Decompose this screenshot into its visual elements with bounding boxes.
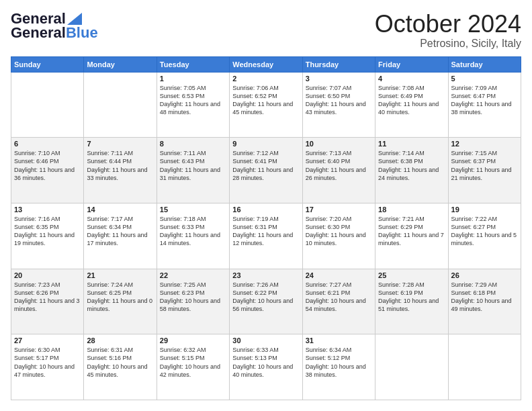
- calendar-week-row: 20Sunrise: 7:23 AMSunset: 6:26 PMDayligh…: [11, 269, 521, 334]
- logo-general-text: General: [11, 24, 66, 42]
- cell-info: Sunrise: 7:26 AMSunset: 6:22 PMDaylight:…: [232, 281, 299, 314]
- day-number: 19: [451, 205, 518, 214]
- table-row: 7Sunrise: 7:11 AMSunset: 6:44 PMDaylight…: [84, 138, 157, 203]
- table-row: 15Sunrise: 7:18 AMSunset: 6:33 PMDayligh…: [157, 203, 229, 269]
- day-number: 9: [232, 140, 299, 148]
- cell-info: Sunrise: 7:27 AMSunset: 6:21 PMDaylight:…: [306, 281, 372, 314]
- col-tuesday: Tuesday: [157, 56, 229, 72]
- cell-info: Sunrise: 7:05 AMSunset: 6:53 PMDaylight:…: [160, 84, 226, 117]
- day-number: 29: [160, 336, 226, 345]
- day-number: 2: [232, 75, 299, 83]
- table-row: 17Sunrise: 7:20 AMSunset: 6:30 PMDayligh…: [302, 203, 375, 269]
- table-row: 9Sunrise: 7:12 AMSunset: 6:41 PMDaylight…: [230, 138, 302, 203]
- day-number: 28: [87, 336, 153, 345]
- cell-info: Sunrise: 7:10 AMSunset: 6:46 PMDaylight:…: [14, 149, 81, 182]
- col-sunday: Sunday: [11, 56, 84, 72]
- calendar-header-row: Sunday Monday Tuesday Wednesday Thursday…: [11, 56, 521, 72]
- table-row: 8Sunrise: 7:11 AMSunset: 6:43 PMDaylight…: [157, 138, 229, 203]
- table-row: 20Sunrise: 7:23 AMSunset: 6:26 PMDayligh…: [11, 269, 84, 334]
- cell-info: Sunrise: 6:33 AMSunset: 5:13 PMDaylight:…: [232, 346, 299, 379]
- cell-info: Sunrise: 7:12 AMSunset: 6:41 PMDaylight:…: [232, 149, 299, 182]
- table-row: 22Sunrise: 7:25 AMSunset: 6:23 PMDayligh…: [157, 269, 229, 334]
- cell-info: Sunrise: 7:11 AMSunset: 6:43 PMDaylight:…: [160, 149, 226, 182]
- day-number: 20: [14, 271, 81, 279]
- table-row: [84, 72, 157, 138]
- table-row: 29Sunrise: 6:32 AMSunset: 5:15 PMDayligh…: [157, 334, 229, 400]
- day-number: 24: [306, 271, 372, 279]
- day-number: 22: [160, 271, 226, 279]
- title-block: October 2024 Petrosino, Sicily, Italy: [375, 11, 521, 50]
- calendar-week-row: 6Sunrise: 7:10 AMSunset: 6:46 PMDaylight…: [11, 138, 521, 203]
- logo-full: GeneralBlue: [11, 24, 98, 42]
- calendar-week-row: 27Sunrise: 6:30 AMSunset: 5:17 PMDayligh…: [11, 334, 521, 400]
- day-number: 25: [378, 271, 445, 279]
- day-number: 27: [14, 336, 81, 345]
- day-number: 11: [378, 140, 445, 148]
- day-number: 14: [87, 205, 153, 214]
- day-number: 17: [306, 205, 372, 214]
- cell-info: Sunrise: 7:07 AMSunset: 6:50 PMDaylight:…: [306, 84, 372, 117]
- cell-info: Sunrise: 6:31 AMSunset: 5:16 PMDaylight:…: [87, 346, 153, 379]
- table-row: 23Sunrise: 7:26 AMSunset: 6:22 PMDayligh…: [230, 269, 302, 334]
- cell-info: Sunrise: 7:20 AMSunset: 6:30 PMDaylight:…: [306, 215, 372, 248]
- col-saturday: Saturday: [448, 56, 521, 72]
- day-number: 7: [87, 140, 153, 148]
- day-number: 4: [378, 75, 445, 83]
- day-number: 5: [451, 75, 518, 83]
- cell-info: Sunrise: 7:28 AMSunset: 6:19 PMDaylight:…: [378, 281, 445, 314]
- location: Petrosino, Sicily, Italy: [375, 38, 521, 50]
- table-row: 16Sunrise: 7:19 AMSunset: 6:31 PMDayligh…: [230, 203, 302, 269]
- cell-info: Sunrise: 7:29 AMSunset: 6:18 PMDaylight:…: [451, 281, 518, 314]
- col-monday: Monday: [84, 56, 157, 72]
- calendar-week-row: 13Sunrise: 7:16 AMSunset: 6:35 PMDayligh…: [11, 203, 521, 269]
- day-number: 30: [232, 336, 299, 345]
- calendar-table: Sunday Monday Tuesday Wednesday Thursday…: [11, 56, 521, 400]
- cell-info: Sunrise: 6:30 AMSunset: 5:17 PMDaylight:…: [14, 346, 81, 379]
- table-row: 2Sunrise: 7:06 AMSunset: 6:52 PMDaylight…: [230, 72, 302, 138]
- cell-info: Sunrise: 7:11 AMSunset: 6:44 PMDaylight:…: [87, 149, 153, 182]
- day-number: 31: [306, 336, 372, 345]
- col-thursday: Thursday: [302, 56, 375, 72]
- logo-blue-text: Blue: [66, 24, 98, 42]
- table-row: 28Sunrise: 6:31 AMSunset: 5:16 PMDayligh…: [84, 334, 157, 400]
- cell-info: Sunrise: 7:19 AMSunset: 6:31 PMDaylight:…: [232, 215, 299, 248]
- table-row: [11, 72, 84, 138]
- col-wednesday: Wednesday: [230, 56, 302, 72]
- table-row: 11Sunrise: 7:14 AMSunset: 6:38 PMDayligh…: [375, 138, 448, 203]
- table-row: 4Sunrise: 7:08 AMSunset: 6:49 PMDaylight…: [375, 72, 448, 138]
- cell-info: Sunrise: 7:21 AMSunset: 6:29 PMDaylight:…: [378, 215, 445, 248]
- cell-info: Sunrise: 7:16 AMSunset: 6:35 PMDaylight:…: [14, 215, 81, 248]
- cell-info: Sunrise: 7:15 AMSunset: 6:37 PMDaylight:…: [451, 149, 518, 182]
- cell-info: Sunrise: 6:32 AMSunset: 5:15 PMDaylight:…: [160, 346, 226, 379]
- table-row: 21Sunrise: 7:24 AMSunset: 6:25 PMDayligh…: [84, 269, 157, 334]
- table-row: 30Sunrise: 6:33 AMSunset: 5:13 PMDayligh…: [230, 334, 302, 400]
- table-row: 24Sunrise: 7:27 AMSunset: 6:21 PMDayligh…: [302, 269, 375, 334]
- cell-info: Sunrise: 7:24 AMSunset: 6:25 PMDaylight:…: [87, 281, 153, 314]
- day-number: 8: [160, 140, 226, 148]
- table-row: 1Sunrise: 7:05 AMSunset: 6:53 PMDaylight…: [157, 72, 229, 138]
- cell-info: Sunrise: 7:22 AMSunset: 6:27 PMDaylight:…: [451, 215, 518, 248]
- cell-info: Sunrise: 7:18 AMSunset: 6:33 PMDaylight:…: [160, 215, 226, 248]
- table-row: 18Sunrise: 7:21 AMSunset: 6:29 PMDayligh…: [375, 203, 448, 269]
- page: General GeneralBlue October 2024 Petrosi…: [0, 0, 532, 411]
- day-number: 1: [160, 75, 226, 83]
- table-row: 12Sunrise: 7:15 AMSunset: 6:37 PMDayligh…: [448, 138, 521, 203]
- logo: General GeneralBlue: [11, 11, 98, 42]
- table-row: 31Sunrise: 6:34 AMSunset: 5:12 PMDayligh…: [302, 334, 375, 400]
- table-row: 26Sunrise: 7:29 AMSunset: 6:18 PMDayligh…: [448, 269, 521, 334]
- table-row: 3Sunrise: 7:07 AMSunset: 6:50 PMDaylight…: [302, 72, 375, 138]
- cell-info: Sunrise: 7:23 AMSunset: 6:26 PMDaylight:…: [14, 281, 81, 314]
- table-row: 14Sunrise: 7:17 AMSunset: 6:34 PMDayligh…: [84, 203, 157, 269]
- table-row: 10Sunrise: 7:13 AMSunset: 6:40 PMDayligh…: [302, 138, 375, 203]
- day-number: 12: [451, 140, 518, 148]
- day-number: 23: [232, 271, 299, 279]
- col-friday: Friday: [375, 56, 448, 72]
- table-row: 19Sunrise: 7:22 AMSunset: 6:27 PMDayligh…: [448, 203, 521, 269]
- table-row: 13Sunrise: 7:16 AMSunset: 6:35 PMDayligh…: [11, 203, 84, 269]
- day-number: 15: [160, 205, 226, 214]
- cell-info: Sunrise: 6:34 AMSunset: 5:12 PMDaylight:…: [306, 346, 372, 379]
- day-number: 13: [14, 205, 81, 214]
- table-row: [448, 334, 521, 400]
- calendar-week-row: 1Sunrise: 7:05 AMSunset: 6:53 PMDaylight…: [11, 72, 521, 138]
- day-number: 16: [232, 205, 299, 214]
